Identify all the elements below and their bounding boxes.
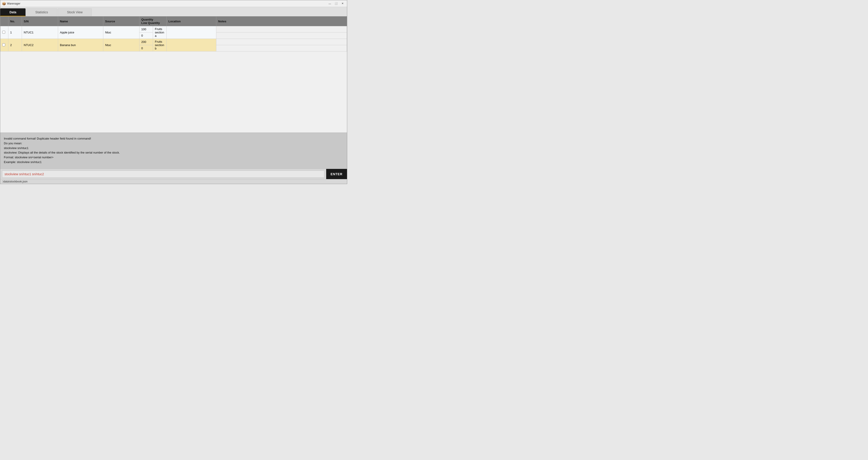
cell-sn: NTUC2 xyxy=(22,39,58,52)
output-text: Invalid command format! Duplicate header… xyxy=(4,136,343,165)
status-text: .\data\stockbook.json xyxy=(2,180,28,183)
table-container: No. S/N Name Source Quantity Low Quantit… xyxy=(0,16,347,133)
app-window: 📦 Warenager — ⬜ ✕ Data Statistics Stock … xyxy=(0,0,347,184)
close-button[interactable]: ✕ xyxy=(340,1,345,6)
content-area: No. S/N Name Source Quantity Low Quantit… xyxy=(0,16,347,184)
header-location: Location xyxy=(166,17,216,26)
header-source: Source xyxy=(103,17,140,26)
cell-location: Fruits section b xyxy=(153,39,166,52)
app-icon: 📦 xyxy=(2,2,6,5)
header-quantity-group: Quantity Low Quantity xyxy=(140,17,166,26)
cell-name: Banana bun xyxy=(58,39,103,52)
app-title: Warenager xyxy=(7,2,327,5)
cell-low-quantity: 0 xyxy=(140,33,153,39)
data-table: No. S/N Name Source Quantity Low Quantit… xyxy=(0,16,347,52)
cell-notes xyxy=(166,39,216,52)
cell-checkbox[interactable] xyxy=(0,26,8,39)
minimize-button[interactable]: — xyxy=(327,1,333,6)
enter-button[interactable]: ENTER xyxy=(326,169,347,179)
quantity-sub-label: Low Quantity xyxy=(141,21,164,25)
output-panel: Invalid command format! Duplicate header… xyxy=(0,133,347,169)
title-bar: 📦 Warenager — ⬜ ✕ xyxy=(0,0,347,7)
command-input[interactable] xyxy=(2,170,324,178)
header-no: No. xyxy=(8,17,22,26)
cell-quantity: 200 xyxy=(140,39,153,45)
cell-sn: NTUC1 xyxy=(22,26,58,39)
cell-no: 2 xyxy=(8,39,22,52)
cell-quantity: 100 xyxy=(140,26,153,33)
header-name: Name xyxy=(58,17,103,26)
tab-data[interactable]: Data xyxy=(0,8,26,16)
restore-button[interactable]: ⬜ xyxy=(333,1,339,6)
input-row: ENTER xyxy=(0,169,347,179)
window-controls: — ⬜ ✕ xyxy=(327,1,345,6)
header-sn: S/N xyxy=(22,17,58,26)
cell-notes xyxy=(166,26,216,39)
cell-location: Fruits section a xyxy=(153,26,166,39)
cell-source: Ntuc xyxy=(103,26,140,39)
cell-no: 1 xyxy=(8,26,22,39)
cell-source: Ntuc xyxy=(103,39,140,52)
header-notes: Notes xyxy=(216,17,347,26)
cell-checkbox[interactable] xyxy=(0,39,8,52)
table-row[interactable]: 1 NTUC1 Apple juice Ntuc 100 Fruits sect… xyxy=(0,26,347,33)
status-bar: .\data\stockbook.json xyxy=(0,179,347,184)
tab-statistics[interactable]: Statistics xyxy=(26,8,57,16)
tab-stock-view[interactable]: Stock View xyxy=(58,8,92,16)
cell-name: Apple juice xyxy=(58,26,103,39)
header-checkbox xyxy=(0,17,8,26)
table-row[interactable]: 2 NTUC2 Banana bun Ntuc 200 Fruits secti… xyxy=(0,39,347,45)
quantity-top-label: Quantity xyxy=(141,18,164,21)
tab-bar: Data Statistics Stock View xyxy=(0,7,347,16)
cell-low-quantity: 0 xyxy=(140,45,153,52)
